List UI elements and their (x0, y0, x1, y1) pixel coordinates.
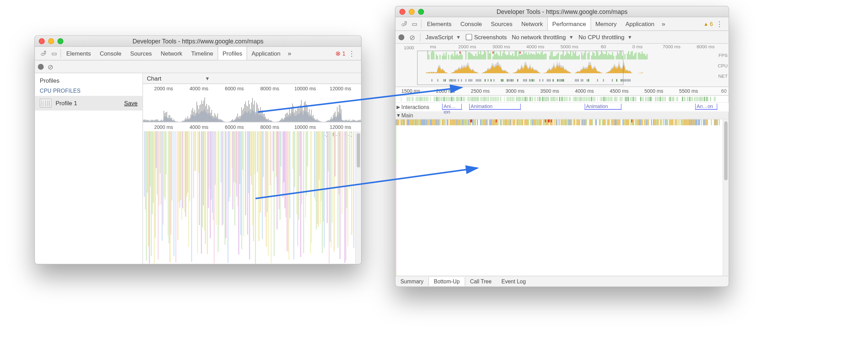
svg-rect-224 (433, 52, 434, 59)
save-link[interactable]: Save (124, 100, 137, 107)
category-dropdown[interactable]: JavaScript▼ (425, 34, 461, 41)
tab-memory[interactable]: Memory (591, 17, 621, 31)
titlebar[interactable]: Developer Tools - https://www.google.com… (35, 36, 361, 47)
timeline-ruler[interactable]: 1500 ms2000 ms2500 ms3000 ms3500 ms4000 … (395, 87, 728, 96)
chevron-down-icon: ▼ (205, 76, 210, 81)
vertical-scrollbar[interactable] (723, 119, 728, 276)
svg-rect-434 (582, 79, 583, 82)
svg-rect-231 (446, 52, 447, 59)
svg-rect-319 (567, 51, 568, 59)
chart-pane: Chart ▼ 2000 ms4000 ms6000 ms8000 ms1000… (143, 73, 361, 264)
flame-chart[interactable]: (...)(...)(...) (143, 131, 361, 264)
inspect-icon[interactable]: ⮰ (38, 50, 49, 57)
tab-sources[interactable]: Sources (126, 47, 156, 60)
zoom-icon[interactable] (58, 38, 64, 44)
devtools-window-profiles: Developer Tools - https://www.google.com… (34, 35, 361, 264)
tab-application[interactable]: Application (621, 17, 659, 31)
tab-console[interactable]: Console (95, 47, 126, 60)
svg-rect-379 (493, 52, 494, 54)
svg-rect-226 (437, 56, 438, 59)
svg-rect-286 (522, 55, 523, 60)
tab-profiles[interactable]: Profiles (218, 47, 247, 60)
svg-rect-311 (556, 56, 557, 59)
clear-icon[interactable]: ⊘ (48, 63, 53, 70)
svg-rect-341 (597, 52, 598, 59)
details-tab-bottom-up[interactable]: Bottom-Up (428, 277, 465, 285)
svg-rect-431 (576, 79, 577, 82)
details-tab-event-log[interactable]: Event Log (496, 277, 531, 285)
animation-span[interactable]: An…on (695, 104, 717, 110)
svg-rect-437 (597, 79, 598, 82)
details-tab-call-tree[interactable]: Call Tree (465, 277, 496, 285)
record-button[interactable] (38, 64, 44, 69)
warning-badge[interactable]: 6 (703, 21, 713, 27)
overflow-tabs[interactable]: » (285, 50, 294, 57)
cpu-overview[interactable] (143, 93, 361, 122)
tab-console[interactable]: Console (456, 17, 486, 31)
titlebar[interactable]: Developer Tools - https://www.google.com… (395, 6, 728, 17)
tab-elements[interactable]: Elements (423, 17, 456, 31)
svg-rect-419 (539, 79, 540, 82)
view-dropdown[interactable]: Chart ▼ (143, 73, 361, 84)
vertical-scrollbar[interactable] (355, 131, 361, 264)
svg-rect-384 (445, 79, 446, 82)
minimize-icon[interactable] (409, 9, 415, 15)
tab-elements[interactable]: Elements (62, 47, 95, 60)
zoom-icon[interactable] (418, 9, 424, 15)
svg-rect-435 (587, 79, 588, 82)
animation-span[interactable]: Animation (469, 104, 521, 110)
overview-minimap[interactable]: 1000 ms2000 ms3000 ms4000 ms5000 ms600 m… (395, 44, 728, 87)
device-icon[interactable]: ▭ (49, 50, 59, 57)
svg-rect-275 (509, 51, 510, 59)
interactions-row[interactable]: ▶ Interactions Ani…ionAnimationAnimation… (395, 103, 728, 111)
profile-item[interactable]: Profile 1 Save (35, 96, 142, 110)
svg-rect-283 (518, 51, 519, 59)
svg-rect-333 (585, 51, 586, 59)
main-flame-chart[interactable] (395, 119, 728, 276)
svg-rect-238 (457, 54, 458, 60)
kebab-menu-icon[interactable]: ⋮ (345, 49, 358, 57)
kebab-menu-icon[interactable]: ⋮ (713, 20, 726, 28)
svg-rect-326 (575, 51, 576, 59)
animation-span[interactable]: Animation (585, 104, 621, 110)
network-throttle-dropdown[interactable]: No network throttling▼ (512, 34, 574, 41)
tab-network[interactable]: Network (517, 17, 548, 31)
profiles-sidebar: Profiles CPU PROFILES Profile 1 Save (35, 73, 143, 264)
screenshots-toggle[interactable]: Screenshots (466, 34, 507, 41)
close-icon[interactable] (399, 9, 405, 15)
device-icon[interactable]: ▭ (409, 20, 420, 27)
overflow-tabs[interactable]: » (659, 20, 668, 27)
disclosure-down-icon[interactable]: ▼ (395, 113, 401, 118)
svg-rect-405 (502, 79, 503, 82)
svg-rect-257 (484, 51, 485, 59)
tab-application[interactable]: Application (247, 47, 285, 60)
svg-rect-349 (607, 55, 608, 59)
svg-rect-440 (616, 79, 617, 82)
svg-rect-302 (542, 51, 543, 60)
disclosure-right-icon[interactable]: ▶ (395, 104, 401, 110)
tab-sources[interactable]: Sources (486, 17, 517, 31)
animation-span[interactable]: Ani…ion (442, 104, 462, 110)
close-icon[interactable] (39, 38, 45, 44)
record-button[interactable] (399, 34, 404, 40)
svg-rect-356 (617, 52, 618, 59)
svg-rect-277 (511, 56, 512, 59)
clear-icon[interactable]: ⊘ (409, 33, 415, 41)
svg-rect-432 (578, 79, 579, 82)
svg-rect-251 (476, 56, 477, 59)
tab-performance[interactable]: Performance (547, 17, 591, 31)
error-badge[interactable]: 1 (335, 50, 345, 57)
svg-rect-401 (487, 79, 489, 82)
details-tab-summary[interactable]: Summary (395, 277, 428, 285)
tab-timeline[interactable]: Timeline (187, 47, 218, 60)
minimize-icon[interactable] (48, 38, 54, 44)
svg-rect-387 (452, 79, 453, 82)
cpu-throttle-dropdown[interactable]: No CPU throttling▼ (578, 34, 632, 41)
svg-rect-433 (581, 79, 582, 82)
svg-rect-354 (613, 56, 614, 59)
svg-rect-259 (487, 51, 489, 59)
tab-network[interactable]: Network (156, 47, 187, 60)
svg-rect-276 (510, 55, 511, 59)
frames-strip[interactable] (395, 96, 728, 103)
inspect-icon[interactable]: ⮰ (399, 20, 409, 27)
